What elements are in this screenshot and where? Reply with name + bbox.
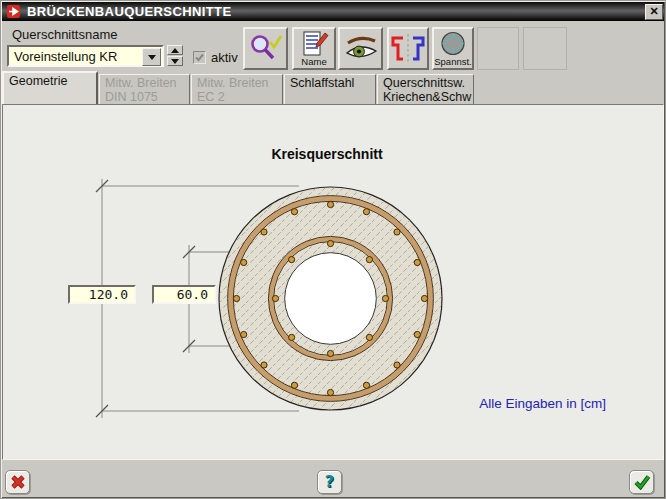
tab-mitw-breiten-din1075: Mitw. Breiten DIN 1075 <box>99 74 190 104</box>
tab-label: Querschnittsw. <box>383 77 468 91</box>
view-button[interactable] <box>338 27 383 70</box>
tab-querschnittswerte[interactable]: Querschnittsw. Kriechen&Schw <box>377 74 474 104</box>
check-icon <box>194 52 205 63</box>
tab-label: DIN 1075 <box>105 91 184 105</box>
inner-diameter-field[interactable]: 60.0 <box>152 285 216 304</box>
notepad-pencil-icon <box>299 31 329 57</box>
tab-schlaffstahl[interactable]: Schlaffstahl <box>284 74 376 104</box>
spin-down-button[interactable] <box>167 56 183 66</box>
name-button-label: Name <box>301 57 326 67</box>
spin-up-button[interactable] <box>167 45 183 55</box>
close-button[interactable]: ✕ <box>645 4 663 20</box>
name-button[interactable]: Name <box>292 27 336 70</box>
tab-label: EC 2 <box>197 91 277 105</box>
check-section-button[interactable] <box>243 27 288 70</box>
cancel-button[interactable] <box>5 470 30 494</box>
combobox-dropdown-button[interactable] <box>142 48 161 66</box>
arrow-down-icon <box>171 59 179 64</box>
app-icon <box>7 5 20 18</box>
aktiv-label: aktiv <box>211 50 238 65</box>
tab-label: Kriechen&Schw <box>383 91 468 105</box>
tendon-button-label: Spannst. <box>434 57 472 67</box>
chevron-down-icon <box>148 55 156 60</box>
outer-diameter-field[interactable]: 120.0 <box>68 285 136 304</box>
window-title: BRÜCKENBAUQUERSCHNITTE <box>27 4 232 19</box>
querschnittsname-label: Querschnittsname <box>12 27 118 42</box>
tab-label: Geometrie <box>9 75 91 89</box>
toolbar-empty-slot <box>477 27 519 70</box>
tendon-button[interactable]: Spannst. <box>432 27 474 70</box>
units-note: Alle Eingaben in [cm] <box>430 396 606 411</box>
tab-label: Mitw. Breiten <box>105 77 184 91</box>
green-check-icon <box>633 474 651 490</box>
combobox-value: Voreinstellung KR <box>14 49 117 64</box>
arrow-up-icon <box>171 48 179 53</box>
inner-hole <box>285 253 377 345</box>
question-icon: ? <box>325 474 334 490</box>
ok-button[interactable] <box>629 470 654 494</box>
tab-mitw-breiten-ec2: Mitw. Breiten EC 2 <box>191 74 283 104</box>
title-bar: BRÜCKENBAUQUERSCHNITTE <box>2 2 664 21</box>
querschnittsname-combobox[interactable]: Voreinstellung KR <box>7 45 164 67</box>
tendon-circle-icon <box>439 31 467 57</box>
eye-icon <box>343 34 379 64</box>
section-spinner <box>167 45 183 67</box>
help-button[interactable]: ? <box>317 470 342 494</box>
tab-geometrie[interactable]: Geometrie <box>2 71 98 104</box>
magnifier-check-icon <box>248 33 284 65</box>
toolbar-empty-slot <box>523 27 567 70</box>
aktiv-checkbox[interactable] <box>193 51 206 64</box>
close-icon: ✕ <box>649 5 658 17</box>
effective-width-button[interactable] <box>387 27 429 70</box>
brueckenbau-window: BRÜCKENBAUQUERSCHNITTE ✕ Querschnittsnam… <box>0 0 666 499</box>
red-x-icon <box>10 474 26 490</box>
tab-label: Schlaffstahl <box>290 77 370 91</box>
tab-label: Mitw. Breiten <box>197 77 277 91</box>
section-widths-icon <box>390 33 426 65</box>
red-arrow-icon <box>7 5 20 18</box>
